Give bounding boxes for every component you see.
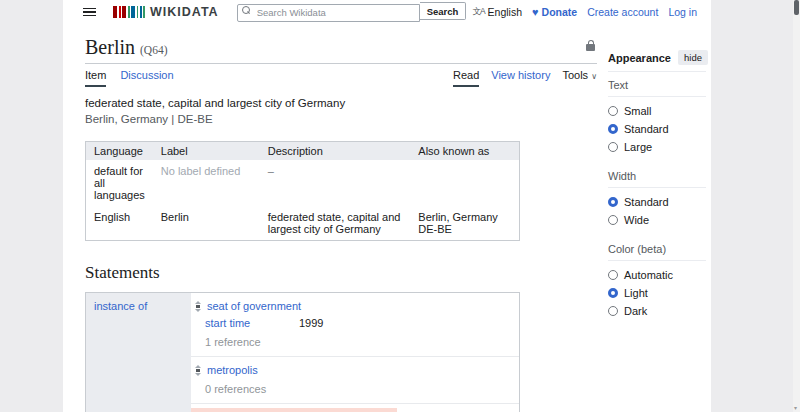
radio-width-standard[interactable]: Standard: [608, 196, 706, 208]
terms-table-header-row: Language Label Description Also known as: [86, 142, 520, 161]
rank-selector-icon[interactable]: [195, 365, 201, 376]
statement-seat-of-government: seat of government start time 1999 1 ref…: [191, 293, 519, 357]
radio-icon[interactable]: [608, 142, 618, 152]
tab-item[interactable]: Item: [85, 69, 106, 87]
radio-color-automatic[interactable]: Automatic: [608, 269, 706, 281]
entity-id: (Q64): [140, 44, 167, 56]
statement-list: seat of government start time 1999 1 ref…: [191, 293, 519, 412]
qualifier-row: start time 1999: [205, 317, 519, 329]
tab-discussion[interactable]: Discussion: [120, 69, 173, 87]
entity-description: federated state, capital and largest cit…: [85, 97, 597, 109]
cell-description[interactable]: federated state, capital and largest cit…: [260, 206, 411, 241]
appearance-section-width: Width: [608, 163, 706, 188]
col-header-language: Language: [86, 142, 153, 161]
radio-width-wide[interactable]: Wide: [608, 214, 706, 226]
statement-group: instance of seat of government start tim…: [85, 292, 520, 412]
radio-icon-checked[interactable]: [608, 288, 618, 298]
table-row: default for all languages No label defin…: [86, 160, 520, 206]
search-button[interactable]: Search: [420, 2, 467, 20]
language-label: English: [488, 6, 522, 18]
page-container: WIKIDATA Search 文A English ♥ Donate Crea…: [63, 0, 711, 412]
property-cell: instance of: [86, 293, 191, 412]
chevron-down-icon: ∨: [591, 72, 597, 81]
references-toggle[interactable]: 0 references: [205, 383, 519, 395]
qualifier-value: 1999: [299, 317, 323, 329]
radio-icon-checked[interactable]: [608, 124, 618, 134]
search-input[interactable]: [237, 4, 420, 22]
search-icon: [242, 6, 250, 14]
radio-icon[interactable]: [608, 306, 618, 316]
scrollbar[interactable]: ▾: [793, 0, 800, 412]
tools-menu[interactable]: Tools ∨: [562, 69, 597, 87]
page-title: Berlin: [85, 36, 135, 58]
title-bar: Berlin(Q64): [85, 36, 597, 64]
references-toggle[interactable]: 1 reference: [205, 336, 519, 348]
main-content: Berlin(Q64) Item Discussion Read View hi…: [85, 36, 597, 412]
statement-metropolis: metropolis 0 references: [191, 357, 519, 404]
qualifier-property-link[interactable]: start time: [205, 317, 291, 329]
col-header-also-known-as: Also known as: [410, 142, 519, 161]
col-header-label: Label: [153, 142, 260, 161]
radio-icon-checked[interactable]: [608, 197, 618, 207]
appearance-section-text: Text: [608, 72, 706, 97]
radio-icon[interactable]: [608, 270, 618, 280]
cell-language: default for all languages: [86, 160, 153, 206]
radio-text-large[interactable]: Large: [608, 141, 706, 153]
donate-link[interactable]: ♥ Donate: [532, 6, 577, 18]
cell-language: English: [86, 206, 153, 241]
tab-read[interactable]: Read: [453, 69, 479, 87]
appearance-hide-button[interactable]: hide: [678, 50, 708, 65]
page-tabs: Item Discussion Read View history Tools …: [85, 64, 597, 87]
terms-table: Language Label Description Also known as…: [85, 141, 520, 241]
appearance-section-color: Color (beta): [608, 236, 706, 261]
wikidata-logo[interactable]: WIKIDATA: [113, 5, 219, 19]
tab-view-history[interactable]: View history: [491, 69, 550, 87]
hamburger-menu-icon[interactable]: [83, 8, 96, 17]
language-selector[interactable]: 文A English: [472, 6, 522, 18]
donate-label: Donate: [542, 6, 578, 18]
radio-text-small[interactable]: Small: [608, 105, 706, 117]
property-link-instance-of[interactable]: instance of: [94, 300, 147, 312]
cell-aka[interactable]: [410, 160, 519, 206]
wikidata-logo-text: WIKIDATA: [150, 5, 219, 19]
radio-icon[interactable]: [608, 106, 618, 116]
statement-value-link[interactable]: seat of government: [207, 300, 301, 312]
radio-icon[interactable]: [608, 215, 618, 225]
create-account-link[interactable]: Create account: [587, 6, 658, 18]
col-header-description: Description: [260, 142, 411, 161]
statement-integrated-municipality-deprecated: integrated municipality 1 reference: [191, 404, 519, 412]
radio-text-standard[interactable]: Standard: [608, 123, 706, 135]
table-row: English Berlin federated state, capital …: [86, 206, 520, 241]
top-bar: WIKIDATA Search 文A English ♥ Donate Crea…: [63, 0, 711, 24]
statements-heading: Statements: [85, 263, 597, 283]
cell-description[interactable]: –: [260, 160, 411, 206]
cell-label[interactable]: No label defined: [153, 160, 260, 206]
appearance-panel: Appearance hide Text Small Standard Larg…: [608, 50, 706, 327]
top-right-links: 文A English ♥ Donate Create account Log i…: [472, 6, 697, 18]
radio-color-light[interactable]: Light: [608, 287, 706, 299]
search-bar: Search: [237, 2, 467, 22]
radio-color-dark[interactable]: Dark: [608, 305, 706, 317]
deprecated-statement-highlight: integrated municipality: [191, 408, 397, 412]
language-icon: 文A: [472, 6, 484, 18]
cell-aka[interactable]: Berlin, Germany DE-BE: [410, 206, 519, 241]
rank-selector-icon[interactable]: [195, 301, 201, 312]
heart-icon: ♥: [532, 7, 539, 17]
statement-value-link[interactable]: metropolis: [207, 364, 258, 376]
entity-aliases: Berlin, Germany | DE-BE: [85, 113, 597, 125]
scrollbar-down-arrow[interactable]: ▾: [794, 404, 797, 411]
protected-page-lock-icon: [586, 40, 595, 51]
scrollbar-thumb[interactable]: [794, 0, 799, 15]
wikidata-barcode-icon: [113, 6, 145, 18]
appearance-heading: Appearance: [608, 52, 671, 64]
cell-label[interactable]: Berlin: [153, 206, 260, 241]
log-in-link[interactable]: Log in: [668, 6, 697, 18]
